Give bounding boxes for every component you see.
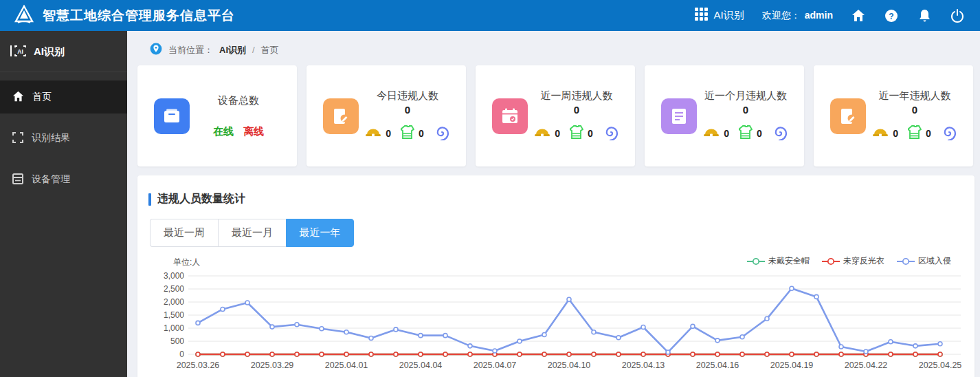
card-title: 近一年违规人数 [866, 89, 964, 103]
svg-text:2025.04.10: 2025.04.10 [548, 360, 591, 370]
card-violations-week: 近一周违规人数 0 0 0 [476, 65, 635, 166]
reflective-vest-icon [570, 125, 583, 142]
card-violations-month: 近一个月违规人数 0 0 0 [645, 65, 804, 166]
scan-brackets-icon [12, 132, 23, 145]
area-intrusion-spiral-icon [434, 124, 450, 143]
app-logo-icon [14, 5, 34, 27]
calendar-icon [492, 98, 528, 134]
svg-text:2025.04.04: 2025.04.04 [399, 360, 443, 370]
svg-text:1,500: 1,500 [164, 310, 184, 320]
card-total-count: 0 [528, 104, 625, 116]
app-title: 智慧工地综合管理服务信息平台 [43, 7, 235, 25]
sidebar-item-home[interactable]: 首页 [0, 80, 127, 114]
tab-last-year[interactable]: 最近一年 [286, 219, 354, 247]
safety-helmet-icon [703, 126, 720, 140]
violations-line-chart: 05001,0001,5002,0002,5003,0002025.03.262… [148, 272, 966, 375]
card-total-count: 0 [866, 104, 964, 116]
helmet-count: 0 [555, 128, 560, 139]
reflective-vest-icon [401, 125, 414, 142]
svg-text:1,000: 1,000 [164, 323, 184, 333]
svg-text:2025.04.19: 2025.04.19 [770, 360, 814, 370]
power-logout-icon[interactable] [950, 8, 965, 23]
vest-count: 0 [588, 128, 593, 139]
help-icon[interactable]: ? [884, 8, 899, 23]
notification-bell-icon[interactable] [917, 8, 932, 23]
svg-text:2025.04.16: 2025.04.16 [696, 360, 739, 370]
legend-item[interactable]: 区域入侵 [897, 255, 951, 267]
tab-last-month[interactable]: 最近一月 [218, 219, 286, 247]
app-switcher[interactable]: AI识别 [695, 8, 744, 23]
sidebar-item-recognition-results[interactable]: 识别结果 [0, 122, 127, 155]
svg-text:2025.04.07: 2025.04.07 [474, 360, 517, 370]
svg-text:2025.04.01: 2025.04.01 [325, 360, 368, 370]
violations-statistics-panel: 违规人员数量统计 最近一周 最近一月 最近一年 单位:人 未戴安全帽未穿反光衣区… [137, 175, 975, 377]
grid-icon [695, 8, 709, 23]
brand: 智慧工地综合管理服务信息平台 [0, 5, 235, 27]
svg-text:0: 0 [179, 349, 184, 359]
top-header: 智慧工地综合管理服务信息平台 AI识别 欢迎您：admin ? [0, 0, 980, 31]
svg-text:?: ? [889, 11, 893, 21]
breadcrumb-section[interactable]: AI识别 [219, 44, 246, 56]
ai-recognition-icon: AI [10, 44, 27, 60]
sidebar-item-label: 识别结果 [32, 132, 70, 144]
svg-text:2025.03.26: 2025.03.26 [177, 360, 220, 370]
report-pen-icon [830, 98, 866, 134]
helmet-count: 0 [893, 128, 898, 139]
reflective-vest-icon [739, 125, 753, 142]
svg-text:2025.04.13: 2025.04.13 [622, 360, 665, 370]
unit-label: 单位:人 [173, 257, 200, 268]
safety-helmet-icon [534, 126, 550, 140]
svg-text:2025.04.25: 2025.04.25 [919, 360, 962, 370]
breadcrumb-page[interactable]: 首页 [261, 44, 279, 56]
legend-item[interactable]: 未穿反光衣 [822, 255, 884, 267]
card-title: 今日违规人数 [359, 89, 456, 103]
area-intrusion-spiral-icon [603, 124, 619, 143]
document-list-icon [661, 98, 697, 134]
card-device-total: 设备总数 在线 离线 [137, 65, 297, 166]
safety-helmet-icon [872, 126, 889, 140]
sidebar: AI AI识别 首页 识别结果 设备管理 [0, 31, 127, 377]
device-archive-icon [154, 98, 190, 134]
card-violations-year: 近一年违规人数 0 0 0 [814, 65, 973, 166]
svg-text:3,000: 3,000 [164, 272, 184, 281]
home-icon[interactable] [851, 8, 866, 23]
device-icon [12, 173, 23, 186]
vest-count: 0 [757, 128, 762, 139]
username: admin [805, 10, 833, 22]
svg-text:500: 500 [170, 336, 184, 346]
reflective-vest-icon [908, 125, 922, 142]
sidebar-item-device-management[interactable]: 设备管理 [0, 163, 127, 196]
range-tabs: 最近一周 最近一月 最近一年 [150, 219, 961, 247]
location-pin-icon [150, 43, 162, 57]
chart-legend: 未戴安全帽未穿反光衣区域入侵 [747, 255, 951, 267]
svg-text:2025.03.29: 2025.03.29 [251, 360, 294, 370]
sidebar-item-label: 首页 [32, 91, 52, 103]
card-title: 设备总数 [190, 94, 287, 107]
svg-text:2,000: 2,000 [164, 297, 184, 307]
card-title: 近一周违规人数 [528, 89, 625, 103]
legend-item[interactable]: 未戴安全帽 [747, 255, 810, 267]
vest-count: 0 [419, 128, 424, 139]
svg-text:AI: AI [17, 48, 23, 55]
app-switcher-label: AI识别 [714, 9, 744, 22]
tab-last-week[interactable]: 最近一周 [150, 219, 218, 247]
offline-label[interactable]: 离线 [243, 125, 264, 138]
area-intrusion-spiral-icon [772, 124, 788, 143]
helmet-count: 0 [386, 128, 391, 139]
welcome-text: 欢迎您：admin [762, 10, 833, 22]
main-content: 当前位置： AI识别 / 首页 设备总数 在线 离线 今日违规人数 0 [127, 31, 980, 377]
sidebar-item-label: 设备管理 [32, 173, 70, 186]
home-icon [12, 91, 24, 104]
safety-helmet-icon [365, 126, 381, 140]
area-intrusion-spiral-icon [941, 124, 957, 143]
breadcrumb: 当前位置： AI识别 / 首页 [137, 39, 975, 65]
online-label[interactable]: 在线 [213, 125, 234, 138]
helmet-count: 0 [724, 128, 729, 139]
svg-text:2025.04.22: 2025.04.22 [845, 360, 888, 370]
panel-title: 违规人员数量统计 [148, 192, 961, 206]
card-title: 近一个月违规人数 [697, 89, 794, 103]
card-violations-today: 今日违规人数 0 0 0 [307, 65, 466, 166]
card-total-count: 0 [359, 104, 456, 116]
report-pen-icon [323, 98, 359, 134]
sidebar-menu: 首页 识别结果 设备管理 [0, 80, 127, 196]
